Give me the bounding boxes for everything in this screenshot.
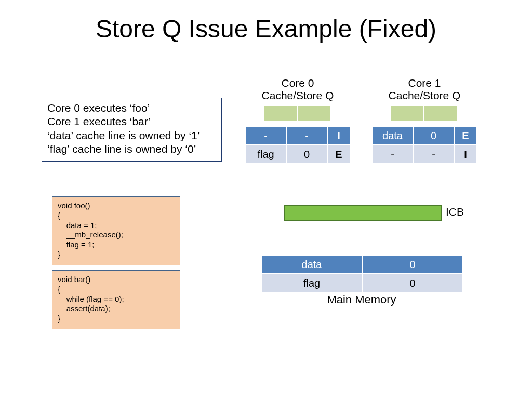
- mm-r1-val: 0: [362, 255, 463, 274]
- core1-block: Core 1 Cache/Store Q data 0 E - - I: [370, 77, 479, 164]
- core0-r2-state: E: [327, 145, 350, 164]
- core1-r1-state: E: [454, 126, 477, 145]
- mm-r2-val: 0: [362, 274, 463, 292]
- desc-line-3: ‘data’ cache line is owned by ‘1’: [47, 129, 216, 142]
- core0-label-line2: Cache/Store Q: [243, 89, 352, 102]
- mm-r2-name: flag: [261, 274, 362, 292]
- desc-line-4: ‘flag’ cache line is owned by ‘0’: [47, 142, 216, 156]
- icb-bar: [284, 205, 442, 221]
- core1-cache-table: data 0 E - - I: [371, 126, 477, 164]
- core0-storeq: [263, 105, 332, 122]
- core1-label-line1: Core 1: [370, 77, 479, 89]
- core1-r1-name: data: [372, 126, 413, 145]
- core0-r1-state: I: [327, 126, 350, 145]
- core1-label-line2: Cache/Store Q: [370, 89, 479, 102]
- core0-label-line1: Core 0: [243, 77, 352, 89]
- core0-r2-val: 0: [286, 145, 327, 164]
- code-bar: void bar() { while (flag == 0); assert(d…: [52, 270, 180, 329]
- description-box: Core 0 executes ‘foo’ Core 1 executes ‘b…: [42, 98, 222, 162]
- core0-block: Core 0 Cache/Store Q - - I flag 0 E: [243, 77, 352, 164]
- core0-cache-table: - - I flag 0 E: [245, 126, 351, 164]
- code-foo: void foo() { data = 1; __mb_release(); f…: [52, 196, 180, 265]
- core0-r2-name: flag: [245, 145, 286, 164]
- desc-line-1: Core 0 executes ‘foo’: [47, 101, 216, 115]
- core1-r2-state: I: [454, 145, 477, 164]
- desc-line-2: Core 1 executes ‘bar’: [47, 115, 216, 128]
- slide-title: Store Q Issue Example (Fixed): [0, 15, 532, 43]
- icb-label: ICB: [446, 206, 464, 218]
- mm-r1-name: data: [261, 255, 362, 274]
- core0-r1-val: -: [286, 126, 327, 145]
- core0-r1-name: -: [245, 126, 286, 145]
- core1-r2-val: -: [413, 145, 454, 164]
- core1-r2-name: -: [372, 145, 413, 164]
- main-memory-label: Main Memory: [261, 293, 462, 307]
- core1-r1-val: 0: [413, 126, 454, 145]
- core1-storeq: [390, 105, 459, 122]
- main-memory-table: data 0 flag 0: [261, 255, 463, 293]
